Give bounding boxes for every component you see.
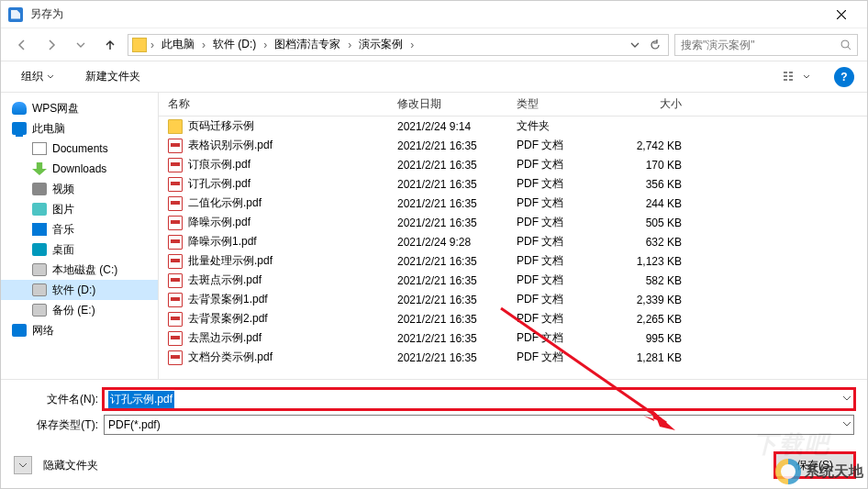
search-input[interactable] <box>681 39 840 51</box>
sidebar-item[interactable]: 本地磁盘 (C:) <box>1 260 158 280</box>
filetype-field[interactable]: PDF(*.pdf) <box>104 415 854 435</box>
file-type: PDF 文档 <box>517 138 608 153</box>
breadcrumb-item[interactable]: 软件 (D:) <box>209 35 260 54</box>
sidebar-item[interactable]: 备份 (E:) <box>1 300 158 320</box>
file-size: 2,339 KB <box>608 294 700 306</box>
net-icon <box>12 324 27 337</box>
sidebar-item[interactable]: 图片 <box>1 199 158 219</box>
chevron-right-icon: › <box>200 39 207 51</box>
sidebar-item-label: 桌面 <box>52 242 74 258</box>
nav-recent-button[interactable] <box>69 33 93 57</box>
file-row[interactable]: 表格识别示例.pdf2021/2/21 16:35PDF 文档2,742 KB <box>159 136 867 155</box>
col-header-size[interactable]: 大小 <box>608 96 700 112</box>
filename-field[interactable]: 订孔示例.pdf <box>104 389 854 409</box>
drive-icon <box>32 263 47 276</box>
save-label: 保存(S) <box>796 458 833 473</box>
sidebar-item[interactable]: Downloads <box>1 159 158 179</box>
hide-folders-label[interactable]: 隐藏文件夹 <box>43 458 98 473</box>
sidebar-item[interactable]: 桌面 <box>1 239 158 260</box>
folder-icon <box>168 119 183 134</box>
col-header-type[interactable]: 类型 <box>517 96 608 112</box>
sidebar-item-label: 音乐 <box>52 222 74 238</box>
file-row[interactable]: 降噪示例1.pdf2021/2/24 9:28PDF 文档632 KB <box>159 232 867 251</box>
filename-dropdown[interactable] <box>842 393 851 406</box>
file-row[interactable]: 去背景案例1.pdf2021/2/21 16:35PDF 文档2,339 KB <box>159 290 867 309</box>
filetype-value: PDF(*.pdf) <box>108 418 161 431</box>
filetype-dropdown[interactable] <box>842 418 851 431</box>
address-bar[interactable]: › 此电脑›软件 (D:)›图档清洁专家›演示案例› <box>128 34 669 56</box>
file-row[interactable]: 页码迁移示例2021/2/24 9:14文件夹 <box>159 117 867 136</box>
search-icon <box>840 39 851 50</box>
file-date: 2021/2/21 16:35 <box>397 197 517 210</box>
breadcrumb: 此电脑›软件 (D:)›图档清洁专家›演示案例› <box>158 35 624 54</box>
file-row[interactable]: 批量处理示例.pdf2021/2/21 16:35PDF 文档1,123 KB <box>159 251 867 271</box>
help-button[interactable]: ? <box>834 67 854 87</box>
search-box[interactable] <box>674 34 858 56</box>
file-name: 去背景案例2.pdf <box>188 311 397 327</box>
file-row[interactable]: 二值化示例.pdf2021/2/21 16:35PDF 文档244 KB <box>159 194 867 213</box>
breadcrumb-item[interactable]: 演示案例 <box>355 35 406 54</box>
file-type: PDF 文档 <box>517 311 608 327</box>
doc-icon <box>32 142 47 155</box>
nav-forward-button[interactable] <box>39 33 63 57</box>
file-row[interactable]: 文档分类示例.pdf2021/2/21 16:35PDF 文档1,281 KB <box>159 348 867 367</box>
close-icon <box>837 10 846 19</box>
filetype-label: 保存类型(T): <box>14 417 98 433</box>
sidebar-item[interactable]: 此电脑 <box>1 118 158 139</box>
sidebar-item-label: 图片 <box>52 202 74 217</box>
file-row[interactable]: 去背景案例2.pdf2021/2/21 16:35PDF 文档2,265 KB <box>159 309 867 328</box>
sidebar-item[interactable]: WPS网盘 <box>1 98 158 118</box>
window-title: 另存为 <box>30 6 823 22</box>
filename-label: 文件名(N): <box>14 392 98 407</box>
sidebar-item-label: Documents <box>52 142 108 155</box>
col-header-name[interactable]: 名称 <box>168 96 397 112</box>
breadcrumb-item[interactable]: 图档清洁专家 <box>271 35 344 54</box>
address-dropdown[interactable] <box>626 40 644 50</box>
cloud-icon <box>12 102 27 115</box>
list-header: 名称 修改日期 类型 大小 <box>159 93 867 117</box>
sidebar-item[interactable]: 视频 <box>1 179 158 199</box>
new-folder-button[interactable]: 新建文件夹 <box>78 65 148 88</box>
breadcrumb-item[interactable]: 此电脑 <box>158 35 198 54</box>
main-area: WPS网盘此电脑DocumentsDownloads视频图片音乐桌面本地磁盘 (… <box>1 93 867 379</box>
close-button[interactable] <box>823 1 860 28</box>
file-row[interactable]: 订痕示例.pdf2021/2/21 16:35PDF 文档170 KB <box>159 155 867 174</box>
file-row[interactable]: 去斑点示例.pdf2021/2/21 16:35PDF 文档582 KB <box>159 271 867 290</box>
file-date: 2021/2/21 16:35 <box>397 217 517 229</box>
chevron-down-icon <box>630 40 640 50</box>
refresh-icon <box>650 39 661 50</box>
file-size: 1,123 KB <box>608 255 700 268</box>
sidebar-item[interactable]: 软件 (D:) <box>1 280 158 300</box>
pdf-icon <box>168 139 183 153</box>
file-size: 170 KB <box>608 159 700 172</box>
sidebar-item[interactable]: Documents <box>1 139 158 159</box>
filename-value: 订孔示例.pdf <box>108 391 174 408</box>
file-name: 降噪示例1.pdf <box>188 234 397 250</box>
file-row[interactable]: 降噪示例.pdf2021/2/21 16:35PDF 文档505 KB <box>159 213 867 232</box>
chevron-down-icon <box>18 461 28 470</box>
chevron-down-icon <box>842 394 851 403</box>
file-name: 订孔示例.pdf <box>188 176 397 192</box>
chevron-down-icon <box>803 73 810 81</box>
chevron-right-icon: › <box>408 39 416 51</box>
chevron-down-icon <box>47 73 54 81</box>
sidebar-item[interactable]: 音乐 <box>1 219 158 239</box>
col-header-date[interactable]: 修改日期 <box>397 96 517 112</box>
file-size: 2,742 KB <box>608 139 700 152</box>
file-row[interactable]: 订孔示例.pdf2021/2/21 16:35PDF 文档356 KB <box>159 174 867 194</box>
refresh-button[interactable] <box>646 39 664 50</box>
expand-folders-button[interactable] <box>14 456 32 474</box>
organize-button[interactable]: 组织 <box>14 65 61 88</box>
file-row[interactable]: 去黑边示例.pdf2021/2/21 16:35PDF 文档995 KB <box>159 328 867 348</box>
file-date: 2021/2/21 16:35 <box>397 332 517 345</box>
view-button[interactable] <box>775 67 818 87</box>
file-date: 2021/2/21 16:35 <box>397 159 517 172</box>
nav-up-button[interactable] <box>98 33 122 57</box>
nav-back-button[interactable] <box>10 33 34 57</box>
save-button[interactable]: 保存(S) <box>775 453 854 477</box>
file-size: 995 KB <box>608 332 700 345</box>
file-date: 2021/2/21 16:35 <box>397 351 517 364</box>
desk-icon <box>32 243 47 256</box>
pdf-icon <box>168 235 183 250</box>
sidebar-item[interactable]: 网络 <box>1 320 158 340</box>
